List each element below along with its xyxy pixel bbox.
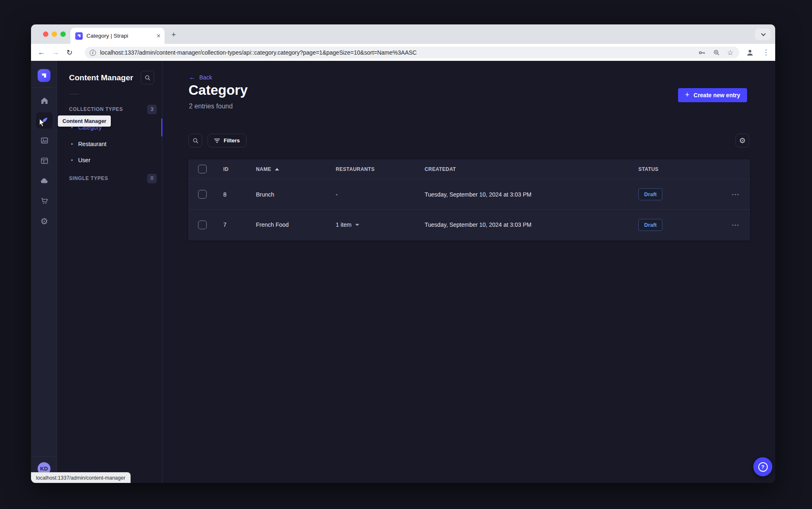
status-badge: Draft	[638, 188, 662, 200]
column-header-restaurants[interactable]: RESTAURANTS	[336, 166, 375, 172]
select-all-checkbox[interactable]	[198, 165, 207, 173]
profile-avatar-icon[interactable]	[745, 48, 755, 57]
item-label: User	[78, 157, 91, 163]
row-actions-menu-icon[interactable]: ⋯	[732, 190, 740, 199]
chevron-down-icon[interactable]	[355, 224, 359, 226]
tab-strip: Category | Strapi × +	[31, 24, 775, 44]
section-label: COLLECTION TYPES	[69, 106, 123, 112]
browser-window: Category | Strapi × + ← → ↻ i localhost:…	[31, 24, 775, 483]
create-new-entry-button[interactable]: + Create new entry	[678, 88, 747, 102]
column-header-name[interactable]: NAME	[256, 166, 271, 172]
filters-button[interactable]: Filters	[208, 134, 246, 147]
traffic-lights	[43, 31, 66, 37]
sidebar-item-marketplace[interactable]	[36, 192, 53, 209]
mouse-cursor	[38, 118, 47, 128]
strapi-favicon-icon	[75, 32, 83, 40]
search-button[interactable]	[189, 134, 202, 147]
question-mark-icon: ?	[758, 462, 768, 472]
gear-icon: ⚙	[41, 217, 48, 226]
entries-count: 2 entries found	[189, 103, 233, 110]
back-arrow-icon: ←	[189, 74, 196, 81]
page-title: Category	[189, 82, 248, 98]
browser-tab[interactable]: Category | Strapi ×	[70, 28, 165, 44]
table-row[interactable]: 7 French Food 1 item Tuesday, September …	[188, 209, 750, 240]
plus-icon: +	[685, 91, 690, 98]
row-checkbox[interactable]	[198, 221, 207, 229]
new-tab-button[interactable]: +	[168, 29, 179, 40]
password-key-icon[interactable]	[698, 49, 706, 57]
divider	[69, 94, 79, 94]
chevron-down-icon	[761, 31, 766, 36]
sidebar-item-home[interactable]	[36, 92, 53, 109]
cell-restaurants[interactable]: 1 item	[336, 221, 351, 228]
zoom-icon[interactable]	[713, 49, 720, 56]
bookmark-star-icon[interactable]: ☆	[727, 48, 733, 57]
minimize-window-button[interactable]	[52, 31, 57, 37]
entries-table: ID NAME RESTAURANTS CREATEDAT STATUS 8 B…	[188, 159, 750, 240]
divider	[31, 456, 57, 457]
section-label: SINGLE TYPES	[69, 175, 108, 181]
row-actions-menu-icon[interactable]: ⋯	[732, 220, 740, 230]
reload-button[interactable]: ↻	[62, 48, 76, 57]
forward-button[interactable]: →	[48, 48, 62, 57]
item-label: Restaurant	[78, 141, 106, 147]
section-single-types: SINGLE TYPES 0	[69, 173, 157, 183]
collection-types-count-badge: 3	[147, 105, 157, 114]
back-label: Back	[199, 74, 212, 81]
cell-name: French Food	[256, 221, 289, 228]
site-info-icon[interactable]: i	[90, 50, 96, 56]
filters-label: Filters	[224, 137, 240, 144]
maximize-window-button[interactable]	[60, 31, 66, 37]
tooltip: Content Manager	[58, 115, 111, 127]
divider	[31, 87, 57, 88]
row-checkbox[interactable]	[198, 190, 207, 199]
filter-icon	[214, 138, 220, 143]
cell-createdat: Tuesday, September 10, 2024 at 3:03 PM	[425, 221, 531, 228]
view-settings-button[interactable]: ⚙	[736, 134, 749, 147]
status-badge: Draft	[638, 219, 662, 231]
tab-title: Category | Strapi	[86, 33, 153, 39]
active-item-indicator	[161, 118, 162, 137]
panel-title: Content Manager	[69, 73, 133, 82]
url-text[interactable]: localhost:1337/admin/content-manager/col…	[100, 49, 694, 56]
bullet-icon	[71, 143, 73, 145]
browser-menu-icon[interactable]: ⋮	[762, 48, 769, 57]
table-header-row: ID NAME RESTAURANTS CREATEDAT STATUS	[188, 159, 750, 179]
single-types-count-badge: 0	[147, 174, 157, 183]
panel-search-button[interactable]	[141, 71, 154, 84]
column-header-createdat[interactable]: CREATEDAT	[425, 166, 456, 172]
tab-search-button[interactable]	[755, 29, 771, 40]
section-collection-types: COLLECTION TYPES 3	[69, 104, 157, 114]
column-header-status[interactable]: STATUS	[638, 166, 659, 172]
cell-createdat: Tuesday, September 10, 2024 at 3:03 PM	[425, 191, 531, 198]
back-link[interactable]: ← Back	[189, 74, 212, 81]
table-row[interactable]: 8 Brunch - Tuesday, September 10, 2024 a…	[188, 179, 750, 209]
sidebar-item-settings[interactable]: ⚙	[36, 213, 53, 229]
back-button[interactable]: ←	[34, 48, 48, 57]
close-tab-icon[interactable]: ×	[157, 33, 160, 39]
cell-restaurants: -	[336, 191, 338, 198]
sidebar-item-user[interactable]: User	[69, 154, 157, 166]
sidebar-item-restaurant[interactable]: Restaurant	[69, 138, 157, 150]
sidebar-item-content-type-builder[interactable]	[36, 152, 53, 169]
help-button[interactable]: ?	[753, 457, 772, 476]
sidebar-item-cloud[interactable]	[36, 173, 53, 189]
cell-name: Brunch	[256, 191, 274, 198]
strapi-logo[interactable]	[38, 69, 50, 82]
column-header-id[interactable]: ID	[223, 166, 229, 172]
bullet-icon	[71, 127, 73, 128]
url-bar[interactable]: i localhost:1337/admin/content-manager/c…	[85, 47, 739, 58]
strapi-admin-app: ⚙ KD Content Manager COLLECTION TYPES 3 …	[31, 61, 775, 483]
sort-ascending-icon[interactable]	[275, 168, 279, 170]
bullet-icon	[71, 159, 73, 161]
status-bar-link-preview: localhost:1337/admin/content-manager	[31, 472, 131, 483]
create-button-label: Create new entry	[694, 92, 740, 98]
cell-id: 7	[223, 221, 227, 228]
cell-id: 8	[223, 191, 227, 198]
sidebar-item-media-library[interactable]	[36, 132, 53, 149]
gear-icon: ⚙	[739, 137, 745, 144]
close-window-button[interactable]	[43, 31, 48, 37]
